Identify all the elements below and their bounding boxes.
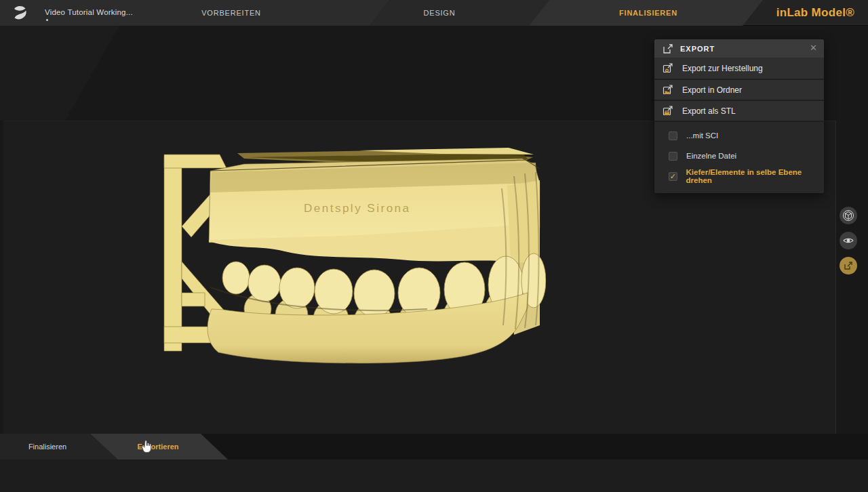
option-label: Einzelne Datei bbox=[686, 152, 736, 160]
export-to-manufacturing-icon bbox=[662, 62, 674, 75]
option-kiefer-elemente-drehen[interactable]: ✓ Kiefer/Elemente in selbe Ebene drehen bbox=[654, 166, 824, 186]
dental-model[interactable]: Dentsply Sirona Dentsply Sirona bbox=[156, 148, 546, 368]
project-name[interactable]: Video Tutorial Working... bbox=[45, 0, 133, 26]
unsaved-changes-dot bbox=[46, 19, 48, 21]
option-label: ...mit SCI bbox=[686, 131, 718, 140]
workflow-step-finalisieren[interactable]: FINALISIEREN bbox=[601, 0, 696, 26]
canvas-top-left-wedge bbox=[0, 26, 119, 121]
model-engraving: Dentsply Sirona bbox=[304, 202, 411, 215]
export-item-label: Export als STL bbox=[682, 106, 736, 116]
bottom-action-bar bbox=[0, 459, 868, 492]
option-mit-sci[interactable]: ...mit SCI bbox=[654, 125, 824, 146]
model-orientation-cube-icon bbox=[842, 209, 854, 222]
export-as-stl-icon bbox=[662, 105, 674, 117]
export-panel: EXPORT ✕ Export zur Herstellung bbox=[654, 39, 824, 193]
upper-jaw: Dentsply Sirona Dentsply Sirona bbox=[209, 159, 540, 264]
export-to-folder-button[interactable]: Export in Ordner bbox=[654, 79, 824, 100]
export-panel-title: EXPORT bbox=[680, 45, 715, 53]
export-item-label: Export in Ordner bbox=[682, 85, 742, 95]
checkbox-unchecked[interactable] bbox=[669, 131, 677, 140]
export-to-manufacturing-button[interactable]: Export zur Herstellung bbox=[654, 58, 824, 79]
model-orientation-button[interactable] bbox=[840, 207, 857, 224]
checkbox-unchecked[interactable] bbox=[669, 152, 677, 161]
export-to-folder-icon bbox=[662, 84, 674, 96]
option-label: Kiefer/Elemente in selbe Ebene drehen bbox=[686, 168, 824, 184]
workflow-step-design[interactable]: DESIGN bbox=[392, 0, 487, 26]
visibility-button[interactable] bbox=[840, 232, 857, 249]
dentsply-sirona-logo-icon bbox=[11, 4, 28, 22]
export-panel-header: EXPORT ✕ bbox=[654, 39, 824, 58]
visibility-eye-icon bbox=[842, 234, 854, 247]
tab-label: Exportieren bbox=[102, 434, 214, 459]
option-einzelne-datei[interactable]: Einzelne Datei bbox=[654, 146, 824, 166]
export-as-stl-button[interactable]: Export als STL bbox=[654, 100, 824, 121]
inlab-application-window: Video Tutorial Working... VORBEREITEN DE… bbox=[0, 0, 868, 492]
export-tool-button[interactable] bbox=[840, 257, 857, 274]
checkbox-checked[interactable]: ✓ bbox=[669, 172, 677, 181]
export-icon bbox=[843, 260, 854, 271]
bottom-tab-bar: Finalisieren Exportieren bbox=[0, 434, 868, 459]
export-item-label: Export zur Herstellung bbox=[682, 64, 763, 73]
tab-label: Finalisieren bbox=[0, 434, 95, 459]
app-title: inLab Model® bbox=[776, 0, 854, 26]
export-arrow-icon bbox=[663, 43, 673, 54]
export-options-section: ...mit SCI Einzelne Datei ✓ Kiefer/Eleme… bbox=[654, 121, 824, 193]
workflow-step-vorbereiten[interactable]: VORBEREITEN bbox=[184, 0, 279, 26]
close-icon[interactable]: ✕ bbox=[810, 39, 817, 58]
top-workflow-bar: Video Tutorial Working... VORBEREITEN DE… bbox=[0, 0, 868, 26]
